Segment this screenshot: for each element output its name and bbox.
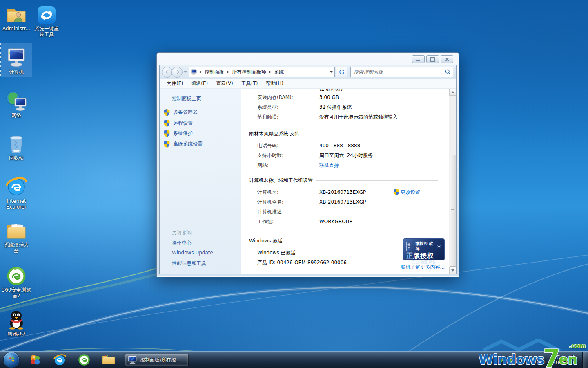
green-e-icon bbox=[78, 354, 90, 366]
tray-up-arrow-icon[interactable] bbox=[518, 357, 523, 362]
menu-file[interactable]: 文件(F) bbox=[163, 80, 187, 87]
change-settings[interactable]: 更改设置 bbox=[394, 189, 420, 196]
uac-shield-icon bbox=[164, 120, 170, 127]
desktop-icon-reinstall-tool[interactable]: 系统一键重 装工具 bbox=[31, 2, 62, 37]
breadcrumb-arrow-icon bbox=[227, 70, 229, 74]
window-client-area: 控制面板 所有控制面板项 系统 bbox=[159, 65, 457, 274]
scrollbar-thumb[interactable] bbox=[450, 155, 456, 267]
menu-help[interactable]: 帮助(H) bbox=[262, 80, 287, 87]
activation-status: Windows 已激活 bbox=[257, 249, 295, 256]
sidebar-item-windows-update[interactable]: Windows Update bbox=[172, 250, 213, 256]
address-dropdown-icon[interactable] bbox=[330, 71, 333, 73]
section-title: Windows 激活 bbox=[249, 238, 282, 245]
taskbar-icon-360-safe[interactable] bbox=[26, 352, 44, 368]
tray-shield-check-icon[interactable] bbox=[508, 357, 514, 363]
desktop-icon-computer[interactable]: 计算机 bbox=[1, 43, 32, 77]
breadcrumb-item-system[interactable]: 系统 bbox=[274, 69, 284, 76]
sidebar-item-label: 远程设置 bbox=[173, 120, 193, 127]
computer-description-row: 计算机描述: bbox=[257, 207, 442, 217]
section-divider bbox=[303, 134, 438, 134]
menu-view[interactable]: 查看(V) bbox=[212, 80, 237, 87]
desktop-icon-qq[interactable]: 腾讯QQ bbox=[1, 307, 32, 337]
window-controls bbox=[410, 55, 453, 63]
back-button[interactable] bbox=[162, 67, 173, 78]
tray-network-icon[interactable] bbox=[537, 357, 543, 363]
desktop-icon-label: 腾讯QQ bbox=[1, 331, 32, 337]
sidebar-item-system-protection[interactable]: 系统保护 bbox=[164, 130, 193, 137]
genuine-microsoft-badge[interactable]: 使用 微软® 软件 ✶ 正版授权 安全 稳定 声誉 bbox=[403, 238, 445, 260]
taskbar-icon-internet-explorer[interactable] bbox=[51, 352, 69, 368]
maximize-button[interactable] bbox=[426, 55, 439, 63]
row-label: 工作组: bbox=[257, 218, 319, 225]
desktop-icon-360-browser[interactable]: 360安全浏览 器7 bbox=[0, 264, 33, 298]
refresh-icon bbox=[339, 69, 345, 75]
forward-button[interactable] bbox=[172, 67, 183, 78]
sidebar-control-panel-home[interactable]: 控制面板主页 bbox=[172, 95, 201, 102]
uac-shield-icon bbox=[164, 130, 170, 137]
tray-pixel-grid-icon[interactable] bbox=[498, 357, 504, 363]
uac-shield-icon bbox=[164, 109, 170, 116]
desktop-icon-administrator[interactable]: Administr... bbox=[1, 2, 32, 31]
computer-name-row: 计算机名: XB-20160713EXGP 更改设置 bbox=[257, 187, 442, 197]
tray-volume-icon[interactable] bbox=[527, 357, 532, 363]
folder-documents-icon bbox=[1, 219, 32, 241]
uac-shield-icon bbox=[394, 189, 399, 195]
sidebar-item-performance-tools[interactable]: 性能信息和工具 bbox=[172, 260, 206, 267]
sidebar-item-advanced-settings[interactable]: 高级系统设置 bbox=[164, 141, 203, 148]
breadcrumb-item-control-panel[interactable]: 控制面板 bbox=[205, 69, 224, 76]
tray-clock[interactable]: 上午 11:17 2016/7/13 bbox=[545, 354, 581, 366]
processor-clipped-row: (2 处理器) bbox=[319, 89, 442, 92]
ie-icon bbox=[1, 175, 32, 197]
show-desktop-button[interactable] bbox=[582, 352, 588, 368]
search-input[interactable] bbox=[353, 69, 445, 75]
menu-tools[interactable]: 工具(T) bbox=[237, 80, 262, 87]
sidebar-item-device-manager[interactable]: 设备管理器 bbox=[164, 109, 198, 116]
taskbar-icon-360-browser[interactable] bbox=[75, 352, 93, 368]
row-label: 网站: bbox=[257, 162, 319, 169]
taskbar-active-task-control-panel[interactable]: 控制面板\所有控... bbox=[125, 354, 189, 366]
close-button[interactable] bbox=[441, 55, 453, 63]
row-value: 32 位操作系统 bbox=[319, 104, 352, 111]
minimize-button[interactable] bbox=[412, 55, 425, 63]
online-support-link[interactable]: 联机支持 bbox=[319, 162, 339, 169]
section-title: 雨林木风精品系统 支持 bbox=[249, 130, 300, 137]
desktop-icon-internet-explorer[interactable]: Internet Explorer bbox=[1, 175, 32, 210]
refresh-button[interactable] bbox=[336, 67, 347, 77]
sidebar-item-remote-settings[interactable]: 远程设置 bbox=[164, 120, 193, 127]
row-value: 没有可用于此显示器的笔或触控输入 bbox=[319, 114, 398, 121]
scroll-down-button[interactable] bbox=[449, 267, 456, 274]
desktop-icon-label: 系统激活大 全 bbox=[1, 242, 32, 254]
search-icon[interactable] bbox=[445, 69, 451, 75]
vertical-scrollbar[interactable] bbox=[449, 89, 456, 274]
address-bar[interactable]: 控制面板 所有控制面板项 系统 bbox=[189, 67, 335, 77]
taskbar-icon-explorer-folder[interactable] bbox=[100, 352, 118, 368]
breadcrumb-item-all-items[interactable]: 所有控制面板项 bbox=[232, 69, 266, 76]
start-button[interactable] bbox=[3, 352, 20, 368]
scroll-up-button[interactable] bbox=[449, 89, 456, 96]
user-folder-icon bbox=[1, 2, 32, 25]
menu-edit[interactable]: 编辑(E) bbox=[187, 80, 212, 87]
window-body: 控制面板主页 设备管理器 远程设置 bbox=[160, 89, 456, 274]
desktop-icon-activation-folder[interactable]: 系统激活大 全 bbox=[1, 219, 32, 254]
sidebar-item-action-center[interactable]: 操作中心 bbox=[172, 240, 192, 247]
website-row: 网站: 联机支持 bbox=[257, 160, 442, 170]
folder-icon bbox=[102, 355, 115, 365]
row-label: 笔和触摸: bbox=[257, 114, 319, 121]
row-value: 3.00 GB bbox=[319, 94, 339, 100]
search-box[interactable] bbox=[350, 67, 453, 77]
ram-row: 安装内存(RAM): 3.00 GB bbox=[257, 92, 442, 102]
desktop-icon-label: 360安全浏览 器7 bbox=[0, 287, 33, 298]
row-value: 400 - 888 - 8888 bbox=[319, 143, 360, 148]
navigation-bar: 控制面板 所有控制面板项 系统 bbox=[160, 65, 456, 79]
uac-shield-icon bbox=[164, 141, 170, 148]
recent-pages-dropdown[interactable] bbox=[184, 71, 187, 73]
learn-more-online-link[interactable]: 联机了解更多内容... bbox=[401, 264, 445, 271]
desktop-icon-recycle-bin[interactable]: 回收站 bbox=[1, 132, 32, 161]
computer-fullname-row: 计算机全名: XB-20160713EXGP bbox=[257, 197, 442, 207]
desktop-icon-label: 网络 bbox=[1, 112, 32, 118]
row-label: 安装内存(RAM): bbox=[257, 94, 319, 101]
desktop-icon-network[interactable]: 网络 bbox=[1, 89, 32, 118]
system-control-panel-window: 控制面板 所有控制面板项 系统 bbox=[156, 52, 459, 277]
taskbar: 控制面板\所有控... 上午 11:17 2016/7/13 bbox=[0, 351, 588, 368]
change-settings-link[interactable]: 更改设置 bbox=[401, 189, 420, 196]
